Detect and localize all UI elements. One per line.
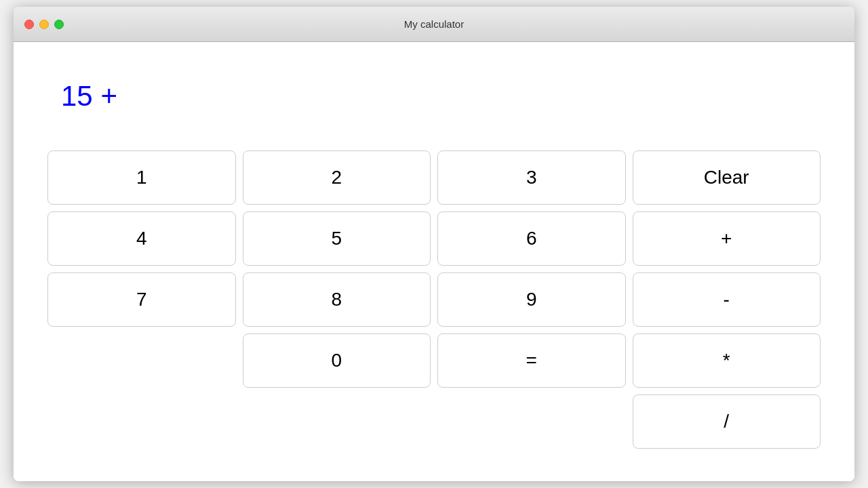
button-clear[interactable]: Clear [633, 150, 821, 205]
button-3[interactable]: 3 [437, 150, 626, 205]
button-plus[interactable]: + [633, 211, 821, 266]
button-9[interactable]: 9 [437, 272, 626, 327]
button-5[interactable]: 5 [243, 211, 431, 266]
button-4[interactable]: 4 [47, 211, 236, 266]
display-text: 15 + [61, 80, 117, 113]
display-area: 15 + [47, 42, 821, 150]
button-2[interactable]: 2 [243, 150, 431, 205]
calculator-window: My calculator 15 + 1 2 3 Clear 4 5 6 + 7… [14, 7, 854, 481]
buttons-grid: 1 2 3 Clear 4 5 6 + 7 8 9 - 0 = * / [47, 150, 821, 462]
traffic-lights [24, 20, 64, 29]
button-1[interactable]: 1 [47, 150, 236, 205]
button-7[interactable]: 7 [47, 272, 236, 327]
maximize-button[interactable] [54, 20, 64, 29]
window-title: My calculator [404, 18, 464, 30]
button-0[interactable]: 0 [243, 333, 431, 388]
minimize-button[interactable] [39, 20, 49, 29]
button-8[interactable]: 8 [243, 272, 431, 327]
button-divide[interactable]: / [633, 394, 821, 449]
close-button[interactable] [24, 20, 34, 29]
button-minus[interactable]: - [633, 272, 821, 327]
button-6[interactable]: 6 [437, 211, 626, 266]
button-equals[interactable]: = [437, 333, 626, 388]
app-content: 15 + 1 2 3 Clear 4 5 6 + 7 8 9 - 0 = * / [14, 42, 854, 481]
title-bar: My calculator [14, 7, 854, 42]
button-multiply[interactable]: * [633, 333, 821, 388]
